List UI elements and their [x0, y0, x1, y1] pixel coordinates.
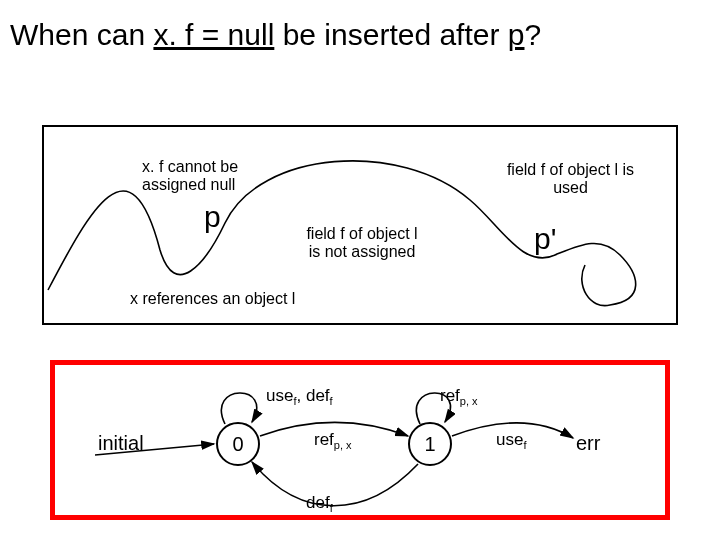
title-post: ?: [524, 18, 541, 51]
label-refpx-top: refp, x: [314, 430, 352, 451]
label-usef: usef: [496, 430, 526, 451]
state-0: 0: [216, 422, 260, 466]
annotation-used: field f of object l isused: [488, 161, 653, 196]
title-u2: p: [508, 18, 525, 51]
initial-label: initial: [98, 432, 144, 455]
title-mid: be inserted after: [274, 18, 507, 51]
label-deff: deff: [306, 493, 333, 514]
annotation-cannot-assign: x. f cannot beassigned null: [142, 158, 272, 193]
p-prime-label: p': [534, 222, 556, 256]
p-label: p: [204, 200, 221, 234]
title-u1: x. f = null: [153, 18, 274, 51]
annotation-references: x references an object l: [130, 290, 295, 308]
state-err: err: [576, 432, 600, 455]
state-1: 1: [408, 422, 452, 466]
label-usedef: usef, deff: [266, 386, 333, 407]
annotation-not-assigned: field f of object lis not assigned: [282, 225, 442, 260]
slide-title: When can x. f = null be inserted after p…: [10, 18, 541, 52]
label-refpx-loop: refp, x: [440, 386, 478, 407]
title-pre: When can: [10, 18, 153, 51]
